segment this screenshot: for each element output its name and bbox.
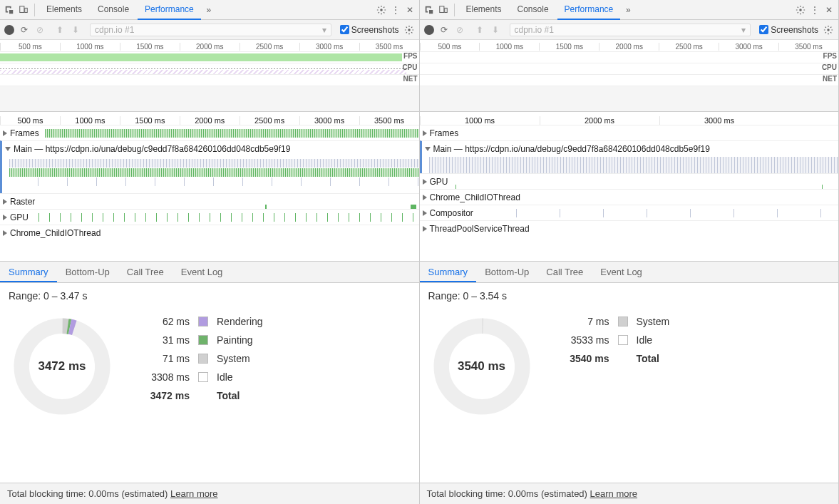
inspect-icon[interactable] [423,4,436,16]
cpu-lane: CPU [0,63,419,74]
tick: 1500 ms [539,43,599,51]
legend-right: 7 msSystem3533 msIdle3540 msTotal [557,313,670,475]
learn-more-link[interactable]: Learn more [590,488,637,499]
detail-tabs: Summary Bottom-Up Call Tree Event Log [420,262,839,283]
devtools-tabbar: Elements Console Performance » ⋮ ✕ [420,0,839,20]
tab-bottomup[interactable]: Bottom-Up [57,262,118,282]
overview-timeline[interactable]: 500 ms 1000 ms 1500 ms 2000 ms 2500 ms 3… [0,40,419,112]
legend-left: 62 msRendering31 msPainting71 msSystem33… [137,313,263,475]
gear-icon[interactable] [375,4,388,16]
settings-gear-icon[interactable] [823,24,834,36]
device-toggle-icon[interactable] [17,4,30,16]
kebab-icon[interactable]: ⋮ [808,4,821,16]
settings-gear-icon[interactable] [403,24,415,36]
gear-icon[interactable] [794,4,807,16]
tab-console[interactable]: Console [510,0,556,20]
legend-row: 3308 msIdle [137,371,263,383]
chevron-right-icon [423,179,427,185]
legend-label: Painting [217,334,253,346]
legend-ms: 7 ms [557,316,609,327]
screenshots-checkbox[interactable]: Screenshots [340,25,399,35]
load-icon[interactable]: ⬆ [54,24,66,36]
load-icon[interactable]: ⬆ [474,24,485,36]
screenshot-strip [0,86,419,111]
inspect-icon[interactable] [3,4,16,16]
track-childio[interactable]: Chrome_ChildIOThread [420,189,839,205]
tab-console[interactable]: Console [91,0,136,20]
track-frames[interactable]: Frames [420,125,839,140]
track-frames[interactable]: Frames [0,125,419,140]
reload-icon[interactable]: ⟳ [19,24,30,36]
tick: 3000 ms [719,43,778,51]
right-panel: Elements Console Performance » ⋮ ✕ ⟳ ⊘ ⬆… [420,0,840,504]
record-button[interactable] [424,25,434,35]
recording-selector[interactable]: cdpn.io #1 ▾ [510,24,751,36]
tab-elements[interactable]: Elements [459,0,509,20]
overview-timeline[interactable]: 500 ms 1000 ms 1500 ms 2000 ms 2500 ms 3… [420,40,839,112]
flame-chart[interactable]: 500 ms 1000 ms 1500 ms 2000 ms 2500 ms 3… [0,112,419,262]
device-toggle-icon[interactable] [437,4,450,16]
track-raster[interactable]: Raster [0,193,419,209]
tab-summary[interactable]: Summary [0,262,57,282]
cpu-label: CPU [822,63,837,71]
tick: 1000 ms [60,43,120,51]
tab-elements[interactable]: Elements [39,0,89,20]
more-tabs-icon[interactable]: » [622,4,634,16]
legend-ms: 3540 ms [557,353,609,364]
svg-point-10 [799,9,802,11]
tab-eventlog[interactable]: Event Log [173,262,232,282]
flame-ruler: 500 ms 1000 ms 1500 ms 2000 ms 2500 ms 3… [0,112,419,125]
svg-point-11 [827,29,830,31]
tab-calltree[interactable]: Call Tree [118,262,173,282]
tick: 3500 ms [778,43,838,51]
left-panel: Elements Console Performance » ⋮ ✕ ⟳ ⊘ ⬆… [0,0,420,504]
reload-icon[interactable]: ⟳ [438,24,450,36]
screenshots-checkbox[interactable]: Screenshots [759,25,818,35]
flame-chart[interactable]: 1000 ms 2000 ms 3000 ms Frames Main — ht… [420,112,839,262]
save-icon[interactable]: ⬇ [70,24,81,36]
kebab-icon[interactable]: ⋮ [389,4,402,16]
main-label: Main — https://cdpn.io/una/debug/c9edd7f… [433,144,710,154]
svg-rect-1 [25,8,28,12]
tab-eventlog[interactable]: Event Log [592,262,651,282]
track-childio[interactable]: Chrome_ChildIOThread [0,225,419,240]
track-gpu[interactable]: GPU [0,209,419,225]
save-icon[interactable]: ⬇ [490,24,501,36]
cpu-lane: CPU [420,63,839,74]
legend-swatch [198,354,208,364]
tick: 2500 ms [659,43,719,51]
net-lane: NET [420,74,839,86]
tick: 3000 ms [659,116,779,125]
tab-performance[interactable]: Performance [138,0,201,20]
legend-ms: 31 ms [137,334,190,346]
track-gpu[interactable]: GPU [420,173,839,189]
learn-more-link[interactable]: Learn more [170,488,217,499]
close-icon[interactable]: ✕ [823,4,835,16]
close-icon[interactable]: ✕ [403,4,416,16]
clear-icon[interactable]: ⊘ [34,24,46,36]
clear-icon[interactable]: ⊘ [454,24,465,36]
track-compositor[interactable]: Compositor [420,205,839,220]
track-main[interactable]: Main — https://cdpn.io/una/debug/c9edd7f… [0,140,419,193]
tick: 1000 ms [60,116,120,125]
fps-lane: FPS [420,51,839,63]
track-main[interactable]: Main — https://cdpn.io/una/debug/c9edd7f… [420,140,839,173]
compositor-label: Compositor [430,208,473,218]
record-button[interactable] [4,25,14,35]
more-tabs-icon[interactable]: » [202,4,215,16]
fps-label: FPS [823,52,837,60]
tab-bottomup[interactable]: Bottom-Up [476,262,537,282]
fps-lane: FPS [0,51,419,63]
track-threadpool[interactable]: ThreadPoolServiceThread [420,220,839,236]
recording-selector[interactable]: cdpn.io #1 ▾ [90,24,331,36]
tab-summary[interactable]: Summary [420,262,477,282]
compositor-bars [473,209,838,217]
gpu-bars [29,213,418,222]
legend-total: 3540 msTotal [557,353,670,364]
tab-performance[interactable]: Performance [557,0,621,20]
fps-label: FPS [403,52,417,60]
tab-calltree[interactable]: Call Tree [537,262,592,282]
svg-rect-8 [439,6,443,12]
legend-label: Idle [637,334,653,346]
legend-label: Total [637,353,659,364]
